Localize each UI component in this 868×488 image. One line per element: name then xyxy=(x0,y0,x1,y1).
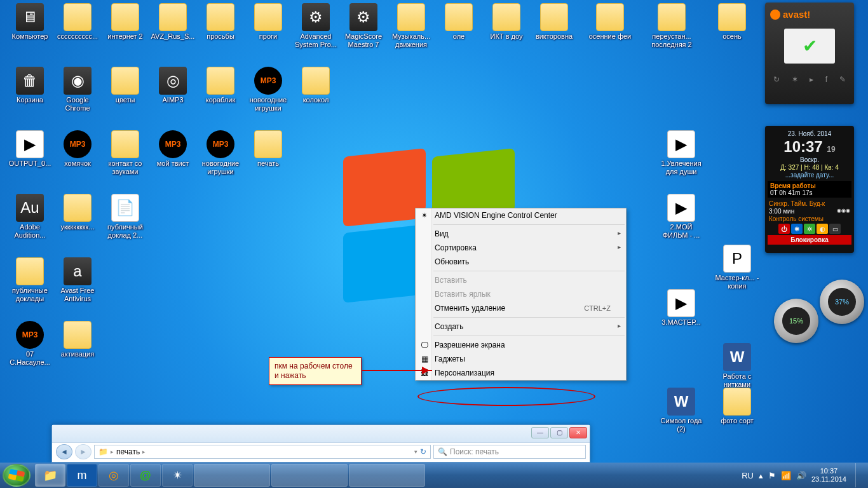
maximize-button[interactable]: ▢ xyxy=(550,427,568,438)
display-icon: 🖵 xyxy=(419,340,430,350)
desktop-icon[interactable]: MP3 новогодние игрушки xyxy=(197,130,244,176)
nav-back-button[interactable]: ◄ xyxy=(56,444,72,459)
address-bar[interactable]: 📁 ▸ печать ▸ ▾ ↻ xyxy=(94,445,431,459)
desktop-icon[interactable]: W Символ года (2) xyxy=(658,388,705,433)
system-control-gadget[interactable]: 23. Нояб. 2014 10:37 19 Воскр. Д: 327 | … xyxy=(765,126,854,253)
action-center-icon[interactable]: ⚑ xyxy=(768,471,776,480)
desktop-icon[interactable]: Музыкаль... движения xyxy=(388,3,435,49)
taskbar-aimp[interactable]: ◎ xyxy=(98,464,129,487)
context-menu-item[interactable]: ✴AMD VISION Engine Control Center xyxy=(416,208,626,222)
desktop-icon[interactable]: укккккккк... xyxy=(54,194,101,231)
tray-chevron-icon[interactable]: ▴ xyxy=(759,471,763,480)
desktop-icon[interactable]: викторовна xyxy=(531,3,578,41)
desktop-icon[interactable]: осень xyxy=(709,3,756,41)
desktop-icon[interactable]: 🖥 Компьютер xyxy=(6,3,53,41)
pdf-icon: 📄 xyxy=(111,194,139,222)
context-menu-item[interactable]: Создать xyxy=(416,320,626,334)
desktop-icon[interactable]: ▶ 2.МОЙ ФИЛЬМ - ... xyxy=(658,194,705,240)
desktop-icon[interactable]: ⚙ Advanced System Pro... xyxy=(292,3,339,49)
taskbar-mailru[interactable]: @ xyxy=(130,464,161,487)
ram-gauge[interactable]: 37% xyxy=(820,280,864,324)
nav-fwd-button[interactable]: ► xyxy=(75,444,92,459)
desktop-icon[interactable]: переустан... последняя 2 xyxy=(648,3,695,49)
network-icon[interactable]: 📶 xyxy=(781,471,791,480)
taskbar-amd[interactable]: ✴ xyxy=(162,464,193,487)
desktop-icon[interactable]: сссссссссс... xyxy=(54,3,101,41)
context-menu-item: Вставить ярлык xyxy=(416,287,626,301)
folder-icon xyxy=(658,3,686,31)
menu-item-label: AMD VISION Engine Control Center xyxy=(435,211,611,220)
desktop-icon[interactable]: просьбы xyxy=(197,3,244,41)
desktop-icon[interactable]: Au Adobe Audition... xyxy=(6,194,53,240)
desktop-icon[interactable]: ◎ AIMP3 xyxy=(149,67,196,104)
taskbar-explorer[interactable]: 📁 xyxy=(35,464,65,487)
close-button[interactable]: ✕ xyxy=(569,427,587,438)
desktop-icon[interactable]: интернет 2 xyxy=(102,3,149,41)
taskbar-app-3[interactable] xyxy=(349,464,425,487)
desktop-icon[interactable]: MP3 хомячок xyxy=(54,130,101,168)
show-desktop-button[interactable] xyxy=(855,463,862,487)
desktop-icon[interactable]: активация xyxy=(54,321,101,358)
cpu-gauge[interactable]: 15% xyxy=(774,299,818,343)
mpeg-icon: ▶ xyxy=(16,130,44,158)
avast-gadget[interactable]: avast! ✔ ↻✶▸f✎ xyxy=(765,3,854,104)
start-button[interactable] xyxy=(3,464,31,487)
icon-label: 1.Увлечения для души xyxy=(658,159,705,176)
volume-icon[interactable]: 🔊 xyxy=(796,471,806,480)
desktop-icon[interactable]: MP3 мой твист xyxy=(149,130,196,168)
desktop-icon[interactable]: осенние феи xyxy=(587,3,634,41)
system-tray[interactable]: RU ▴ ⚑ 📶 🔊 10:37 23.11.2014 xyxy=(742,463,865,487)
refresh-icon[interactable]: ↻ xyxy=(420,447,426,456)
desktop-icon[interactable]: кораблик xyxy=(197,67,244,104)
desktop-icon[interactable]: ▶ 3.МАСТЕР... xyxy=(658,289,705,327)
desktop-icon[interactable]: цветы xyxy=(102,67,149,104)
desktop-icon[interactable]: ИКТ в доу xyxy=(483,3,530,41)
context-menu-item[interactable]: 🖵Разрешение экрана xyxy=(416,338,626,352)
desktop-icon[interactable]: ◉ Google Chrome xyxy=(54,67,101,112)
desktop-icon[interactable]: печать xyxy=(245,130,292,168)
icon-label: Мастер-кл... - копия xyxy=(714,274,761,290)
desktop-icon[interactable]: 🗑 Корзина xyxy=(6,67,53,104)
desktop-icon[interactable]: ▶ 1.Увлечения для души xyxy=(658,130,705,176)
context-menu-item[interactable]: Обновить xyxy=(416,255,626,269)
taskbar-app-2[interactable] xyxy=(271,464,348,487)
taskbar-maxthon[interactable]: m xyxy=(67,464,97,487)
taskbar[interactable]: 📁 m ◎ @ ✴ RU ▴ ⚑ 📶 🔊 10:37 23.11.2014 xyxy=(0,463,868,488)
context-menu-item[interactable]: Сортировка xyxy=(416,241,626,255)
context-menu-item[interactable]: ▦Гаджеты xyxy=(416,352,626,366)
desktop-icon[interactable]: колокол xyxy=(292,67,339,104)
taskbar-app-1[interactable] xyxy=(194,464,270,487)
desktop-icon[interactable]: фото сорт xyxy=(714,388,761,425)
explorer-titlebar[interactable]: — ▢ ✕ xyxy=(52,425,590,443)
lock-button[interactable]: Блокировка xyxy=(768,235,851,245)
desktop-icon[interactable]: 📄 публичный доклад 2... xyxy=(102,194,149,240)
desktop-icon[interactable]: P Мастер-кл... - копия xyxy=(714,245,761,290)
context-menu-item[interactable]: Отменить удалениеCTRL+Z xyxy=(416,301,626,315)
context-menu-item[interactable]: Вид xyxy=(416,227,626,241)
icon-label: 2.МОЙ ФИЛЬМ - ... xyxy=(658,223,705,240)
lang-indicator[interactable]: RU xyxy=(742,471,754,480)
avast-status-icon: ✔ xyxy=(784,29,835,64)
path-segment[interactable]: печать xyxy=(116,447,140,456)
desktop-icon[interactable]: контакт со звуками xyxy=(102,130,149,176)
desktop-icon[interactable]: AVZ_Rus_S... xyxy=(149,3,196,41)
icon-label: печать xyxy=(245,159,292,168)
desktop-icon[interactable]: оле xyxy=(435,3,482,41)
desktop-icon[interactable]: проги xyxy=(245,3,292,41)
folder-icon xyxy=(64,3,92,31)
desktop-icon[interactable]: MP3 новогодние игрушки xyxy=(245,67,292,112)
desktop-icon[interactable]: MP3 07 С.Насауле... xyxy=(6,321,53,367)
annotation-arrow xyxy=(362,370,432,371)
minimize-button[interactable]: — xyxy=(531,427,549,438)
icon-label: Google Chrome xyxy=(54,96,101,112)
desktop-icon[interactable]: a Avast Free Antivirus xyxy=(54,257,101,303)
desktop-icon[interactable]: W Работа с нитками xyxy=(714,343,761,389)
explorer-window[interactable]: — ▢ ✕ ◄ ► 📁 ▸ печать ▸ ▾ ↻ 🔍 Поиск: печа… xyxy=(51,424,590,463)
desktop-icon[interactable]: ▶ OUTPUT_0... xyxy=(6,130,53,168)
desktop-icon[interactable]: ⚙ MagicScore Maestro 7 xyxy=(340,3,387,49)
context-menu-item[interactable]: 🖼Персонализация xyxy=(416,366,626,380)
icon-label: сссссссссс... xyxy=(54,32,101,41)
explorer-search[interactable]: 🔍 Поиск: печать xyxy=(433,445,586,459)
taskbar-clock[interactable]: 10:37 23.11.2014 xyxy=(811,467,846,484)
desktop-icon[interactable]: публичные доклады xyxy=(6,257,53,303)
